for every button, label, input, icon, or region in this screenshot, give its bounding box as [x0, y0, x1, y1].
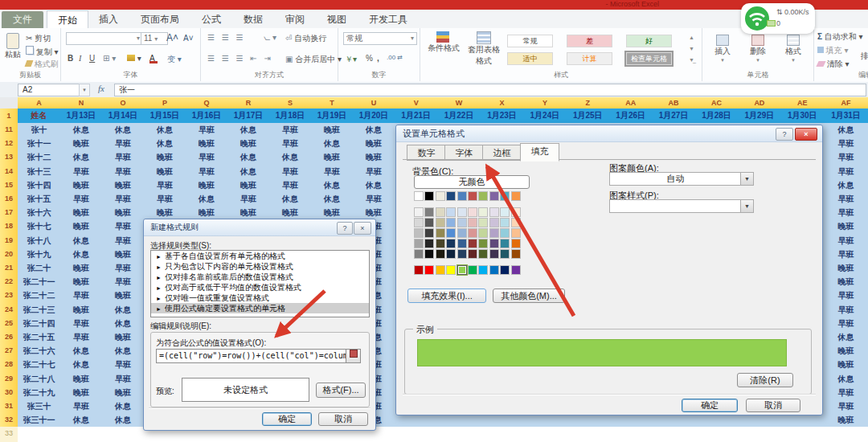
format-button[interactable]: 格式(F)...	[316, 383, 366, 398]
cell[interactable]: 早班	[824, 206, 868, 220]
color-swatch[interactable]	[478, 218, 488, 227]
cell[interactable]: 张十一	[18, 137, 61, 151]
color-swatch[interactable]	[414, 249, 424, 259]
cell[interactable]: 早班	[824, 386, 868, 400]
date-header-cell[interactable]: 1月27日	[652, 108, 695, 124]
cell[interactable]: 晚班	[102, 178, 145, 193]
cell[interactable]: 休息	[353, 123, 395, 137]
cell[interactable]	[652, 427, 695, 441]
cell[interactable]: 张十三	[18, 165, 61, 179]
column-header-W[interactable]: W	[437, 97, 481, 109]
paste-button[interactable]: 粘贴	[2, 31, 23, 68]
font-color-button[interactable]: A	[149, 54, 158, 63]
tab-开发工具[interactable]: 开发工具	[358, 10, 418, 28]
column-header-AC[interactable]: AC	[695, 97, 739, 109]
cell[interactable]: 早班	[144, 192, 186, 207]
italic-button[interactable]: I	[79, 54, 81, 63]
cell[interactable]: 休息	[102, 344, 145, 358]
date-header-cell[interactable]: 1月31日	[824, 108, 868, 124]
cell[interactable]: 晚班	[60, 261, 103, 276]
cell[interactable]: 早班	[102, 165, 145, 179]
rule-type-option[interactable]: ►只为包含以下内容的单元格设置格式	[151, 261, 369, 272]
cell[interactable]: 晚班	[311, 123, 354, 137]
cell-style-适中[interactable]: 适中	[507, 52, 553, 65]
cell[interactable]: 早班	[60, 289, 103, 303]
color-swatch[interactable]	[489, 265, 499, 275]
cell[interactable]: 早班	[227, 192, 270, 207]
row-header-22[interactable]: 22	[0, 275, 18, 289]
ok-button[interactable]: 确定	[682, 399, 738, 412]
color-swatch[interactable]	[489, 249, 499, 259]
cell[interactable]	[18, 427, 61, 441]
cell[interactable]: 早班	[269, 178, 312, 193]
underline-button[interactable]: U	[89, 54, 95, 63]
selected-color-swatch[interactable]	[457, 265, 467, 275]
clear-button[interactable]: 清除 ▾	[817, 59, 850, 70]
column-header-U[interactable]: U	[353, 97, 395, 109]
borders-button[interactable]: ⊞ ▾	[103, 54, 116, 63]
cell[interactable]: 早班	[102, 234, 145, 248]
cell[interactable]: 张十六	[18, 206, 61, 220]
cell[interactable]: 休息	[102, 413, 145, 428]
cell[interactable]: 休息	[60, 234, 103, 248]
row-header-14[interactable]: 14	[0, 165, 18, 179]
cell[interactable]: 晚班	[102, 386, 145, 400]
cell[interactable]	[781, 427, 825, 441]
color-swatch[interactable]	[500, 207, 510, 217]
row-header-13[interactable]: 13	[0, 150, 18, 165]
cell-style-常规[interactable]: 常规	[507, 35, 553, 47]
tab-插入[interactable]: 插入	[88, 10, 129, 28]
cell[interactable]: 晚班	[186, 137, 228, 151]
color-swatch[interactable]	[424, 228, 434, 238]
color-swatch[interactable]	[446, 228, 456, 238]
file-tab[interactable]: 文件	[2, 11, 43, 28]
row-header-26[interactable]: 26	[0, 330, 18, 345]
date-header-cell[interactable]: 1月22日	[437, 108, 481, 124]
cell[interactable]: 晚班	[353, 137, 395, 151]
color-swatch[interactable]	[414, 265, 424, 275]
row-header-25[interactable]: 25	[0, 317, 18, 331]
column-header-A[interactable]: A	[18, 97, 61, 109]
cell[interactable]: 晚班	[60, 206, 103, 220]
cancel-button[interactable]: 取消	[746, 399, 800, 412]
select-all-corner[interactable]	[0, 97, 18, 109]
color-swatch[interactable]	[457, 191, 467, 201]
wrap-text-button[interactable]: ⏎ 自动换行	[285, 33, 326, 44]
column-header-N[interactable]: N	[60, 97, 103, 109]
color-swatch[interactable]	[468, 249, 477, 259]
more-colors-button[interactable]: 其他颜色(M)...	[493, 289, 565, 303]
column-header-AA[interactable]: AA	[609, 97, 653, 109]
column-header-P[interactable]: P	[144, 97, 186, 109]
color-swatch[interactable]	[414, 239, 424, 248]
clear-sample-button[interactable]: 清除(R)	[737, 373, 793, 387]
color-swatch[interactable]	[436, 249, 445, 259]
row-header-28[interactable]: 28	[0, 358, 18, 372]
cell[interactable]: 晚班	[824, 344, 868, 358]
color-swatch[interactable]	[478, 239, 488, 248]
delete-cells-button[interactable]: 删除▾	[743, 35, 773, 63]
column-header-AE[interactable]: AE	[781, 97, 825, 109]
cell[interactable]	[824, 427, 868, 441]
color-swatch[interactable]	[446, 265, 456, 275]
name-header-cell[interactable]: 姓名	[18, 108, 61, 124]
pattern-color-arrow[interactable]: ▼	[740, 172, 754, 186]
cut-button[interactable]: ✂ 剪切	[26, 33, 51, 44]
gallery-scroll-up[interactable]: ▲	[689, 35, 694, 40]
cell[interactable]: 休息	[60, 358, 103, 372]
color-swatch[interactable]	[500, 239, 510, 248]
shrink-font-button[interactable]: A˅	[183, 34, 194, 43]
cell[interactable]: 张二十六	[18, 344, 61, 358]
pattern-color-select[interactable]: 自动	[609, 172, 742, 186]
color-swatch[interactable]	[478, 265, 488, 275]
cell[interactable]: 休息	[102, 303, 145, 317]
cell[interactable]: 晚班	[824, 358, 868, 372]
color-swatch[interactable]	[489, 207, 499, 217]
color-swatch[interactable]	[511, 218, 521, 227]
cell[interactable]: 早班	[60, 165, 103, 179]
color-swatch[interactable]	[478, 207, 488, 217]
cell[interactable]: 休息	[186, 192, 228, 207]
cell[interactable]: 晚班	[186, 178, 228, 193]
rule-type-option[interactable]: ►基于各自值设置所有单元格的格式	[151, 251, 369, 261]
cell[interactable]: 晚班	[102, 248, 145, 262]
color-swatch[interactable]	[468, 191, 477, 201]
